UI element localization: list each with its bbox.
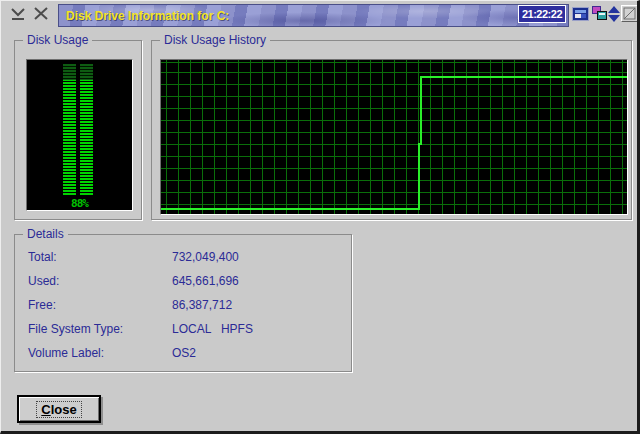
titlebar[interactable]: Disk Drive Information for C: xyxy=(58,4,569,27)
detail-row-free: Free: 86,387,712 xyxy=(15,293,351,317)
detail-row-filesystem: File System Type: LOCAL HPFS xyxy=(15,317,351,341)
detail-value: 645,661,696 xyxy=(172,274,239,288)
disk-usage-history-group: Disk Usage History xyxy=(151,40,632,220)
history-line-rise-segment-2 xyxy=(420,76,422,145)
disk-usage-gauge-panel: 88% xyxy=(26,59,133,211)
details-group-label: Details xyxy=(23,227,68,241)
detail-label: Free: xyxy=(28,298,172,312)
disabled-restore-icon xyxy=(621,5,638,22)
detail-label: Total: xyxy=(28,250,172,264)
history-line-low-segment xyxy=(161,208,420,210)
window-list-icon[interactable] xyxy=(572,7,589,21)
history-graph-grid xyxy=(161,60,627,214)
disk-usage-percent: 88% xyxy=(27,197,132,210)
disk-usage-group-label: Disk Usage xyxy=(23,33,92,47)
detail-row-total: Total: 732,049,400 xyxy=(15,245,351,269)
detail-row-volume-label: Volume Label: OS2 xyxy=(15,341,351,365)
led-bar-gauge xyxy=(63,64,93,196)
close-x-icon[interactable] xyxy=(32,6,50,21)
close-button[interactable]: Close xyxy=(17,395,101,423)
details-group: Details Total: 732,049,400 Used: 645,661… xyxy=(14,234,352,372)
detail-value: 732,049,400 xyxy=(172,250,239,264)
spin-arrows-icon[interactable] xyxy=(608,6,620,22)
disk-usage-history-group-label: Disk Usage History xyxy=(160,33,270,47)
detail-label: Used: xyxy=(28,274,172,288)
titlebar-clock: 21:22:22 xyxy=(518,5,566,23)
led-bar-column-gap xyxy=(76,64,80,196)
history-graph-panel xyxy=(160,59,628,215)
shade-icon[interactable] xyxy=(9,7,27,21)
history-line-high-segment xyxy=(420,76,627,78)
disk-drive-info-window: Disk Drive Information for C: 21:22:22 D… xyxy=(0,0,640,434)
detail-label: File System Type: xyxy=(28,322,172,336)
close-button-label: Close xyxy=(37,402,80,417)
detail-value: OS2 xyxy=(172,346,196,360)
window-title: Disk Drive Information for C: xyxy=(66,9,229,23)
detail-row-used: Used: 645,661,696 xyxy=(15,269,351,293)
detail-value: LOCAL HPFS xyxy=(172,322,253,336)
cascade-windows-icon[interactable] xyxy=(592,6,607,21)
detail-label: Volume Label: xyxy=(28,346,172,360)
disk-usage-group: Disk Usage 88% xyxy=(14,40,142,220)
history-line-rise-segment-1 xyxy=(418,143,420,210)
detail-value: 86,387,712 xyxy=(172,298,232,312)
